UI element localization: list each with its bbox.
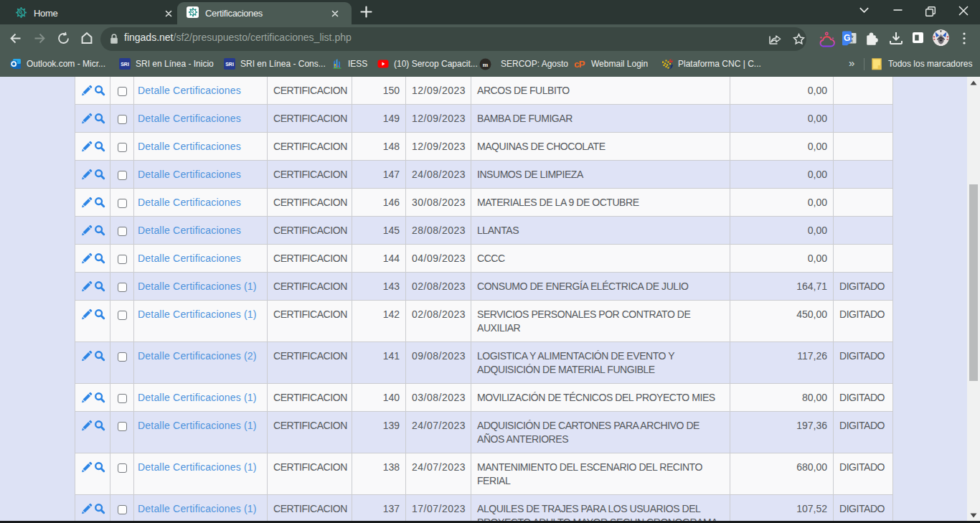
svg-text:SRI: SRI xyxy=(225,62,234,67)
svg-text:m: m xyxy=(483,61,489,68)
svg-text:SRI: SRI xyxy=(121,62,129,67)
svg-text:G: G xyxy=(844,33,850,43)
svg-text:cP: cP xyxy=(575,59,585,70)
